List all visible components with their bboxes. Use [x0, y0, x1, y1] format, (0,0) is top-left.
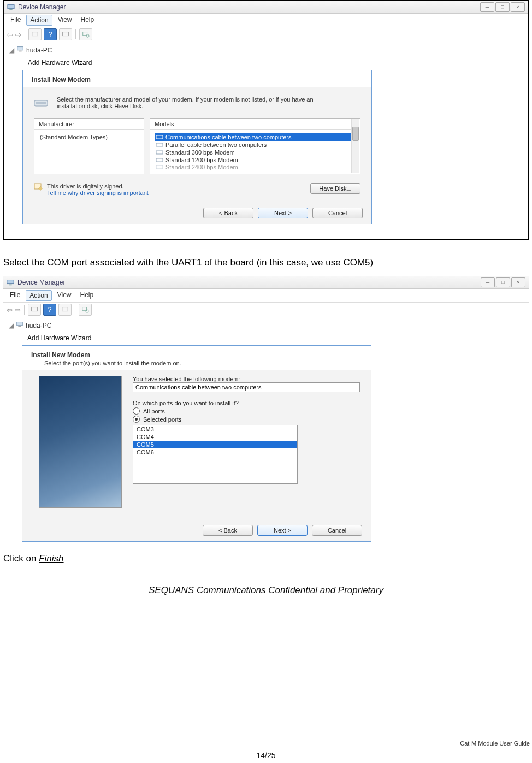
menubar: File Action View Help	[4, 14, 528, 27]
toolbar: ⇦ ⇨ ?	[3, 302, 529, 317]
device-tree: ◢ huda-PC Add Hardware Wizard Install Ne…	[3, 317, 529, 545]
menu-help[interactable]: Help	[77, 290, 97, 301]
radio-icon	[133, 416, 140, 423]
toolbar-help-icon[interactable]: ?	[44, 28, 57, 40]
svg-rect-1	[9, 9, 12, 10]
forward-icon[interactable]: ⇨	[15, 31, 21, 39]
port-item[interactable]: COM4	[133, 433, 297, 441]
back-button[interactable]: < Back	[203, 208, 253, 218]
port-item[interactable]: COM6	[133, 448, 297, 456]
next-button[interactable]: Next >	[257, 525, 308, 536]
toolbar-scan-icon[interactable]	[79, 304, 92, 316]
port-item[interactable]: COM5	[133, 441, 297, 448]
computer-icon	[16, 45, 24, 55]
dialog-subheading: Select the port(s) you want to install t…	[44, 360, 362, 366]
footer-doc-title: Cat-M Module User Guide	[460, 740, 530, 747]
minimize-button[interactable]: ─	[481, 277, 495, 287]
modem-mini-icon	[156, 157, 163, 163]
add-hardware-wizard-dialog-2: Add Hardware Wizard Install New Modem Se…	[22, 332, 371, 542]
model-item[interactable]: Standard 300 bps Modem	[155, 149, 351, 156]
driver-signing-link[interactable]: Tell me why driver signing is important	[47, 190, 149, 196]
svg-rect-14	[156, 165, 163, 169]
dialog-heading: Install New Modem	[31, 351, 362, 359]
svg-point-5	[86, 34, 89, 37]
forward-icon[interactable]: ⇨	[15, 306, 21, 314]
scrollbar-thumb[interactable]	[352, 127, 359, 141]
model-item[interactable]: Standard 1200 bps Modem	[155, 156, 351, 164]
caption-select-com: Select the COM port associated with the …	[3, 257, 528, 268]
menu-file[interactable]: File	[7, 290, 23, 301]
device-manager-icon	[7, 279, 14, 286]
toolbar-help-icon[interactable]: ?	[43, 304, 56, 316]
toolbar-separator	[24, 305, 25, 315]
radio-all-ports[interactable]: All ports	[133, 407, 360, 415]
toolbar-scan-icon[interactable]	[79, 28, 92, 40]
toolbar-screen2-icon[interactable]	[59, 28, 72, 40]
menu-action[interactable]: Action	[26, 15, 52, 26]
minimize-button[interactable]: ─	[480, 2, 494, 12]
svg-rect-23	[17, 322, 23, 326]
maximize-button[interactable]: □	[496, 277, 510, 287]
model-item[interactable]: Communications cable between two compute…	[155, 133, 351, 141]
tree-root-label: huda-PC	[26, 46, 52, 54]
tree-root[interactable]: ◢ huda-PC	[9, 321, 523, 330]
model-item-label: Standard 2400 bps Modem	[165, 164, 238, 170]
have-disk-button[interactable]: Have Disk...	[310, 183, 360, 194]
titlebar: Device Manager ─ □ ×	[4, 1, 528, 14]
cancel-button[interactable]: Cancel	[312, 208, 363, 218]
svg-rect-19	[32, 307, 38, 311]
toolbar-screen-icon[interactable]	[28, 304, 41, 316]
device-manager-window-1: Device Manager ─ □ × File Action View He…	[3, 0, 529, 240]
back-button[interactable]: < Back	[203, 525, 253, 536]
menu-action[interactable]: Action	[26, 290, 51, 301]
svg-rect-2	[32, 32, 38, 36]
svg-rect-11	[156, 143, 163, 146]
tree-root-label: huda-PC	[26, 322, 51, 329]
svg-rect-7	[19, 51, 21, 52]
tree-root[interactable]: ◢ huda-PC	[9, 45, 523, 55]
next-button[interactable]: Next >	[258, 208, 308, 218]
window-title: Device Manager	[17, 279, 65, 286]
toolbar-screen-icon[interactable]	[28, 28, 42, 40]
dialog-heading: Install New Modem	[32, 76, 363, 84]
radio-selected-ports[interactable]: Selected ports	[133, 416, 360, 423]
menu-view[interactable]: View	[54, 290, 75, 301]
back-icon[interactable]: ⇦	[7, 306, 13, 314]
dialog-title: Add Hardware Wizard	[22, 332, 371, 344]
toolbar-separator	[75, 29, 76, 39]
close-button[interactable]: ×	[511, 2, 525, 12]
port-listbox[interactable]: COM3 COM4 COM5 COM6	[133, 425, 298, 484]
scrollbar[interactable]	[351, 119, 359, 173]
svg-rect-20	[62, 307, 68, 311]
svg-rect-10	[156, 135, 163, 139]
dialog-title: Add Hardware Wizard	[22, 57, 372, 69]
device-manager-window-2: Device Manager ─ □ × File Action View He…	[3, 276, 529, 551]
modem-mini-icon	[156, 164, 163, 170]
titlebar: Device Manager ─ □ ×	[3, 276, 529, 289]
svg-point-16	[39, 187, 42, 190]
svg-rect-0	[8, 5, 14, 9]
menu-help[interactable]: Help	[78, 15, 98, 26]
maximize-button[interactable]: □	[495, 2, 510, 12]
caption-click-finish-prefix: Click on	[3, 553, 39, 564]
column-header-manufacturer: Manufacturer	[34, 119, 144, 130]
toolbar-screen2-icon[interactable]	[58, 304, 72, 316]
model-item-label: Standard 300 bps Modem	[165, 149, 235, 156]
modem-mini-icon	[156, 149, 163, 156]
finish-link-text: Finish	[39, 553, 63, 564]
svg-rect-12	[156, 151, 163, 154]
menu-file[interactable]: File	[7, 15, 24, 26]
manufacturer-item[interactable]: (Standard Modem Types)	[39, 133, 139, 141]
device-manager-icon	[7, 3, 15, 11]
radio-label: Selected ports	[143, 416, 181, 423]
back-icon[interactable]: ⇦	[7, 31, 13, 39]
menu-view[interactable]: View	[55, 15, 75, 26]
model-item-label: Parallel cable between two computers	[165, 141, 267, 148]
model-item[interactable]: Parallel cable between two computers	[155, 141, 351, 149]
cancel-button[interactable]: Cancel	[312, 525, 362, 536]
port-item[interactable]: COM3	[133, 425, 297, 433]
close-button[interactable]: ×	[511, 277, 525, 287]
svg-rect-9	[36, 102, 46, 104]
model-item[interactable]: Standard 2400 bps Modem	[155, 164, 351, 170]
svg-rect-13	[156, 158, 163, 162]
